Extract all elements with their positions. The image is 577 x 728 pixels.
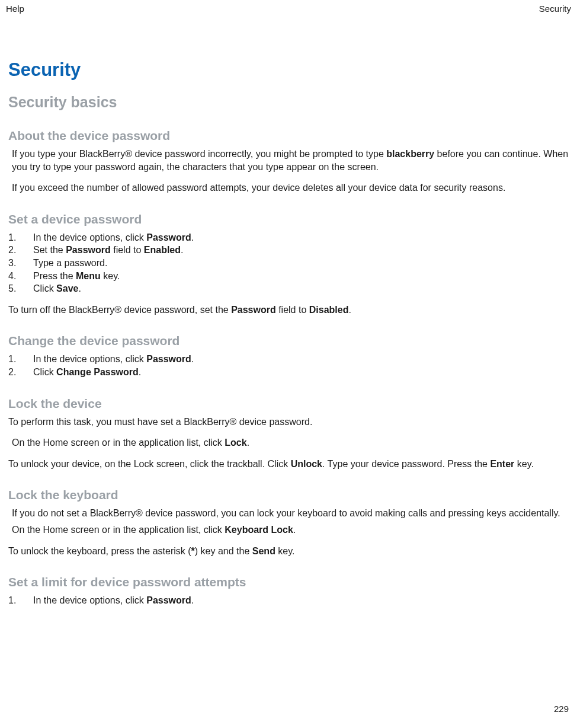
about-p1: If you type your BlackBerry® device pass…: [12, 148, 569, 173]
text: .: [78, 283, 81, 293]
heading-about: About the device password: [8, 129, 569, 143]
text: .: [247, 438, 249, 448]
lock-device-p1: To perform this task, you must have set …: [8, 416, 569, 429]
text: .: [191, 232, 194, 242]
page-content: Security Security basics About the devic…: [8, 59, 569, 615]
lock-keyboard-p3: To unlock the keyboard, press the asteri…: [8, 545, 569, 558]
heading-limit: Set a limit for device password attempts: [8, 575, 569, 589]
text: .: [181, 245, 183, 255]
bold-text: Password: [146, 354, 191, 364]
text: To unlock the keyboard, press the asteri…: [8, 546, 191, 556]
text: .: [191, 595, 194, 605]
text: .: [348, 305, 351, 315]
change-steps: In the device options, click Password. C…: [8, 353, 569, 378]
about-p2: If you exceed the number of allowed pass…: [12, 181, 569, 194]
bold-text: Menu: [76, 271, 101, 281]
bold-text: Send: [252, 546, 275, 556]
lock-device-p3: To unlock your device, on the Lock scree…: [8, 458, 569, 471]
bold-text: Enabled: [144, 245, 181, 255]
page-title: Security: [8, 59, 569, 81]
list-item: In the device options, click Password.: [8, 594, 569, 607]
bold-text: Password: [66, 245, 111, 255]
page-number: 229: [554, 704, 569, 714]
text: field to: [276, 305, 309, 315]
lock-device-p2: On the Home screen or in the application…: [12, 436, 569, 449]
text: . Type your device password. Press the: [322, 459, 490, 469]
text: ) key and the: [195, 546, 252, 556]
page-header: Help Security: [6, 4, 571, 14]
text: .: [293, 525, 296, 535]
text: key.: [514, 459, 534, 469]
text: To turn off the BlackBerry® device passw…: [8, 305, 231, 315]
text: .: [139, 367, 141, 377]
bold-text: Disabled: [309, 305, 349, 315]
list-item: Click Save.: [8, 282, 569, 295]
limit-steps: In the device options, click Password.: [8, 594, 569, 607]
text: field to: [111, 245, 144, 255]
list-item: Press the Menu key.: [8, 270, 569, 283]
lock-keyboard-p2: On the Home screen or in the application…: [12, 523, 569, 537]
bold-text: Lock: [225, 438, 246, 448]
list-item: Set the Password field to Enabled.: [8, 244, 569, 257]
text: .: [191, 354, 194, 364]
bold-text: Keyboard Lock: [225, 525, 293, 535]
text: In the device options, click: [33, 232, 146, 242]
set-after: To turn off the BlackBerry® device passw…: [8, 304, 569, 317]
heading-change: Change the device password: [8, 334, 569, 348]
set-steps: In the device options, click Password. S…: [8, 231, 569, 295]
list-item: Type a password.: [8, 257, 569, 270]
heading-lock-device: Lock the device: [8, 397, 569, 411]
text: key.: [275, 546, 295, 556]
heading-set: Set a device password: [8, 212, 569, 226]
bold-text: Password: [146, 595, 191, 605]
header-left: Help: [6, 4, 24, 14]
heading-lock-keyboard: Lock the keyboard: [8, 488, 569, 502]
text: On the Home screen or in the application…: [12, 438, 225, 448]
section-subtitle: Security basics: [8, 94, 569, 111]
header-right: Security: [539, 4, 571, 14]
list-item: In the device options, click Password.: [8, 353, 569, 366]
bold-text: Password: [231, 305, 276, 315]
text: In the device options, click: [33, 595, 146, 605]
bold-text: Unlock: [291, 459, 322, 469]
list-item: In the device options, click Password.: [8, 231, 569, 244]
text: On the Home screen or in the application…: [12, 525, 225, 535]
text: In the device options, click: [33, 354, 146, 364]
text: key.: [101, 271, 120, 281]
text: Press the: [33, 271, 76, 281]
bold-text: Change Password: [56, 367, 139, 377]
list-item: Click Change Password.: [8, 366, 569, 379]
text: Set the: [33, 245, 66, 255]
text: Type a password.: [33, 258, 107, 268]
text: To unlock your device, on the Lock scree…: [8, 459, 291, 469]
bold-text: Enter: [490, 459, 514, 469]
bold-text: Save: [56, 283, 78, 293]
text: Click: [33, 367, 56, 377]
lock-keyboard-p1: If you do not set a BlackBerry® device p…: [12, 507, 569, 520]
bold-text: blackberry: [386, 149, 434, 159]
text: If you type your BlackBerry® device pass…: [12, 149, 386, 159]
bold-text: Password: [146, 232, 191, 242]
text: Click: [33, 283, 56, 293]
